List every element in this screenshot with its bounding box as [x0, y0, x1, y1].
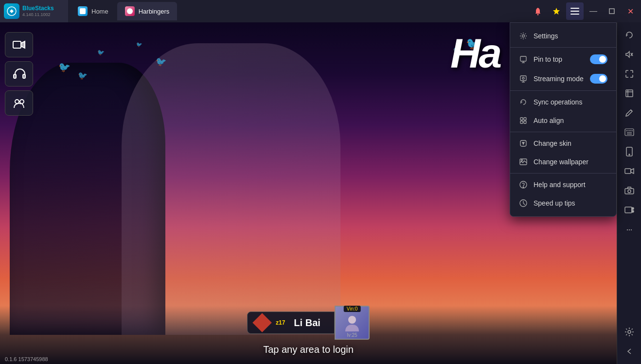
svg-rect-27 — [625, 189, 634, 194]
svg-rect-6 — [570, 11, 579, 12]
settings-menu-icon — [519, 32, 528, 40]
align-menu-icon — [519, 116, 528, 125]
title-bar: BlueStacks 4.140.11.1002 Home Harbingers — [0, 0, 641, 22]
left-sidebar — [5, 32, 33, 116]
close-button[interactable]: ✕ — [622, 2, 639, 20]
bird-1: 🐦 — [58, 61, 71, 73]
pin-to-top-toggle[interactable] — [590, 54, 607, 64]
streaming-mode-toggle[interactable] — [590, 74, 607, 84]
tabs-area: Home Harbingers — [68, 0, 527, 22]
toolbar-edit-button[interactable] — [621, 104, 638, 121]
headset-button[interactable] — [5, 61, 33, 87]
diamond-badge — [252, 313, 272, 332]
svg-rect-43 — [524, 118, 526, 120]
svg-rect-26 — [625, 169, 631, 173]
toolbar-settings-button[interactable] — [621, 323, 638, 341]
version-text: 0.1.6 1573745988 — [5, 356, 48, 362]
speed-up-tips-label: Speed up tips — [534, 199, 607, 207]
login-prompt-text[interactable]: Tap any area to login — [263, 344, 354, 355]
toolbar-more-button[interactable]: ··· — [621, 221, 638, 238]
home-tab-label: Home — [91, 8, 108, 15]
svg-rect-11 — [23, 74, 25, 78]
maximize-button[interactable] — [603, 2, 621, 20]
menu-divider-2 — [510, 90, 616, 91]
svg-point-2 — [127, 8, 133, 14]
logo-text: BlueStacks 4.140.11.1002 — [22, 5, 54, 17]
svg-point-13 — [20, 100, 24, 104]
star-button[interactable] — [548, 2, 565, 20]
svg-point-50 — [523, 187, 524, 188]
side-toolbar: ··· — [617, 22, 641, 364]
menu-item-change-skin[interactable]: Change skin — [510, 134, 616, 153]
player-name: Li Bai — [294, 317, 320, 329]
tab-home[interactable]: Home — [70, 2, 116, 20]
menu-item-change-wallpaper[interactable]: Change wallpaper — [510, 153, 616, 171]
svg-rect-45 — [524, 121, 526, 123]
notification-button[interactable] — [529, 2, 547, 20]
menu-item-settings[interactable]: Settings — [510, 27, 616, 45]
svg-rect-42 — [520, 118, 523, 120]
hamburger-menu-button[interactable] — [566, 2, 584, 20]
toolbar-expand-button[interactable] — [621, 65, 638, 83]
app-name: BlueStacks — [22, 5, 54, 12]
svg-marker-4 — [553, 8, 560, 15]
toolbar-video-button[interactable] — [621, 162, 638, 180]
tab-harbingers[interactable]: Harbingers — [117, 2, 178, 20]
svg-rect-29 — [625, 207, 632, 213]
svg-rect-1 — [80, 8, 86, 14]
video-camera-button[interactable] — [5, 32, 33, 57]
game-tab-label: Harbingers — [139, 8, 170, 15]
bird-5: 🐦 — [156, 56, 166, 67]
svg-rect-8 — [609, 9, 614, 14]
minimize-button[interactable]: — — [585, 2, 602, 20]
app-version: 4.140.11.1002 — [22, 12, 54, 17]
svg-rect-10 — [14, 74, 16, 78]
menu-item-help-support[interactable]: Help and support — [510, 175, 616, 194]
character-right — [122, 43, 340, 335]
settings-menu-label: Settings — [534, 32, 607, 40]
toolbar-phone-button[interactable] — [621, 143, 638, 160]
toolbar-fullscreen-button[interactable] — [621, 85, 638, 102]
svg-point-33 — [628, 330, 631, 333]
game-title-text: Ha — [450, 32, 500, 74]
pin-menu-icon — [519, 55, 528, 64]
bird-4: 🐦 — [136, 42, 142, 47]
toolbar-mute-button[interactable] — [621, 46, 638, 63]
help-menu-icon — [519, 180, 528, 189]
social-button[interactable] — [5, 90, 33, 116]
change-skin-label: Change skin — [534, 139, 607, 147]
menu-item-pin-to-top[interactable]: Pin to top — [510, 50, 616, 69]
sync-menu-icon — [519, 98, 528, 106]
svg-rect-35 — [520, 56, 526, 61]
svg-rect-16 — [625, 129, 634, 136]
change-wallpaper-label: Change wallpaper — [534, 158, 607, 166]
svg-point-34 — [522, 35, 525, 37]
menu-item-sync-operations[interactable]: Sync operations — [510, 93, 616, 111]
sync-operations-label: Sync operations — [534, 98, 607, 106]
toolbar-keyboard-button[interactable] — [621, 123, 638, 141]
pin-to-top-label: Pin to top — [534, 55, 584, 63]
streaming-mode-label: Streaming mode — [534, 75, 584, 83]
player-level-text: lv:25 — [347, 332, 357, 338]
menu-item-speed-up-tips[interactable]: Speed up tips — [510, 194, 616, 212]
menu-item-streaming-mode[interactable]: Streaming mode — [510, 69, 616, 88]
menu-divider-1 — [510, 47, 616, 48]
bird-2: 🐦 — [97, 49, 105, 56]
svg-rect-15 — [626, 90, 633, 97]
avatar-face-icon — [342, 313, 362, 332]
toolbar-rotate-button[interactable] — [621, 26, 638, 44]
svg-rect-38 — [520, 76, 526, 81]
game-tab-icon — [125, 6, 135, 16]
title-bar-controls: — ✕ — [527, 0, 641, 22]
svg-point-28 — [628, 190, 631, 193]
svg-point-3 — [537, 14, 539, 16]
menu-item-auto-align[interactable]: Auto align — [510, 111, 616, 130]
toolbar-camera-button[interactable] — [621, 182, 638, 199]
svg-rect-5 — [570, 8, 579, 9]
bird-3: 🐦 — [78, 71, 88, 80]
player-card: z17 Li Bai — [247, 312, 335, 334]
toolbar-back-button[interactable] — [621, 343, 638, 360]
player-info-container: z17 Li Bai Vin:0 lv:25 — [247, 306, 370, 340]
toolbar-record-button[interactable] — [621, 201, 638, 219]
dropdown-menu: Settings Pin to top Streaming mode — [510, 22, 617, 217]
